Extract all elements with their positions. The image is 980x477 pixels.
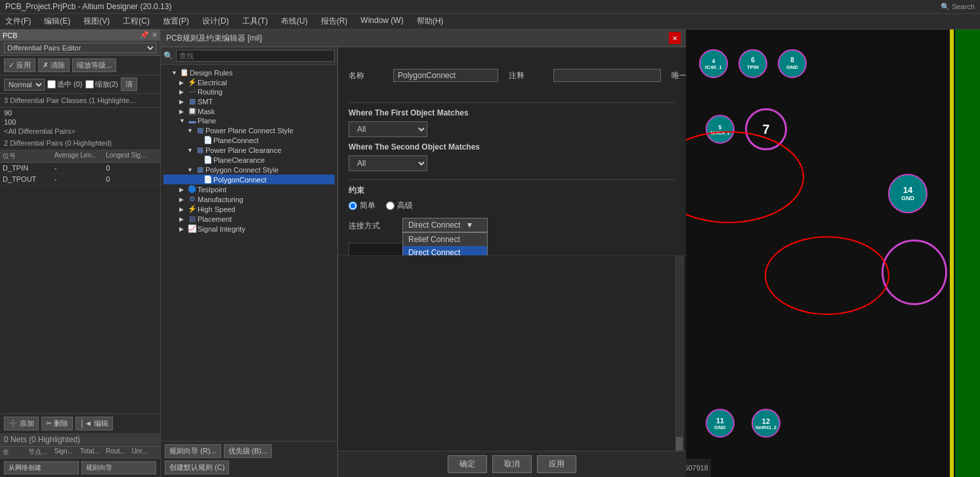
tree-item-plane-connect[interactable]: ▶ 📄 PlaneConnect [163,135,335,145]
search-placeholder: 🔍 Search [941,3,975,11]
pcb-circle-8: 8GND [778,49,807,78]
first-match-title: Where The First Object Matches [349,108,675,117]
zoom-button[interactable]: 缩放等级... [72,58,116,72]
second-match-section: Where The Second Object Matches All [349,142,675,171]
mode-select[interactable]: Normal [4,79,45,91]
apply-dialog-button[interactable]: 应用 [537,455,576,473]
toolbar-row: Normal 选中 (0) 缩放(2) 清 [0,75,160,94]
clear-btn-small[interactable]: 清 [121,77,137,91]
connect-dropdown-button[interactable]: Direct Connect ▼ [402,218,488,232]
menu-window[interactable]: Window (W) [358,15,406,28]
tree-item-electrical[interactable]: ▶ ⚡ Electrical [163,77,335,87]
menu-report[interactable]: 报告(R) [318,15,351,28]
tree-item-ppc-style[interactable]: ▼ ▦ Power Plane Connect Style [163,125,335,135]
tree-item-manufacturing[interactable]: ▶ ⚙ Manufacturing [163,194,335,204]
menu-route[interactable]: 布线(U) [278,15,310,28]
nets-columns: 全 节点... Sign... Total... Rout... Unr... [0,447,160,458]
pcb-ring-large [882,239,947,305]
tree-item-signal-integrity[interactable]: ▶ 📈 Signal Integrity [163,224,335,234]
panel-title-bar: PCB 📌 ✕ [0,30,160,41]
cancel-button[interactable]: 取消 [492,455,532,473]
comment-label: 注释 [509,70,548,81]
menu-tools[interactable]: 工具(T) [240,15,270,28]
close-icon[interactable]: ✕ [152,31,158,39]
advanced-radio-label[interactable]: 高级 [386,200,413,211]
unique-id-label: 唯一-ID [671,70,686,81]
menu-place[interactable]: 放置(P) [160,15,192,28]
diff-pair-classes-info: 3 Differential Pair Classes (1 Highlight… [0,94,160,108]
search-input[interactable] [176,50,335,62]
bottom-buttons: ➕ 添加 ✂ 删除 │◄ 编辑 [0,413,160,433]
tree-item-plane-clearance[interactable]: ▶ 📄 PlaneClearance [163,155,335,165]
rule-wizard-button[interactable]: 规则向导 [81,461,156,474]
menu-project[interactable]: 工程(C) [120,15,152,28]
name-input[interactable] [393,69,498,82]
search-icon: 🔍 [163,51,173,60]
table-row[interactable]: D_TPIN - 0 [0,163,160,174]
clear-button[interactable]: ✗ 清除 [38,58,70,72]
diff-pair-classes-text: 3 Differential Pair Classes (1 Highlight… [4,96,135,104]
tree-nav-buttons: 规则向导 (R)... 优先级 (B)... 创建默认规则 (C) [161,441,337,477]
rule-editor-panel: 名称 注释 唯一-ID 测试语句 Where The First Object … [338,47,686,477]
scrollbar[interactable] [675,256,683,451]
green-strip [955,30,980,477]
select-checkbox-label[interactable]: 选中 (0) [47,79,83,89]
count1: 90 [4,109,12,117]
menu-help[interactable]: 帮助(H) [414,15,446,28]
rule-dialog-wrapper: PCB规则及约束编辑器 [mil] ✕ 🔍 [161,30,686,477]
first-match-select[interactable]: All [349,121,427,137]
constraint-section: 约束 简单 高级 [349,185,675,211]
menu-bar: 文件(F) 编辑(E) 视图(V) 工程(C) 放置(P) 设计(D) 工具(T… [0,14,980,30]
delete-button[interactable]: ✂ 删除 [41,417,73,430]
tree-item-mask[interactable]: ▶ 🔲 Mask [163,106,335,116]
tree-item-design-rules[interactable]: ▼ 📋 Design Rules [163,68,335,77]
panel-title: PCB [3,31,18,39]
option-direct-connect[interactable]: Direct Connect [403,246,487,255]
tree-item-high-speed[interactable]: ▶ ⚡ High Speed [163,204,335,214]
pcb-circle-11: 11GND [706,409,735,438]
tree-item-polygon-connect[interactable]: ▶ 📄 PolygonConnect [163,175,335,184]
simple-radio[interactable] [349,201,357,210]
simple-radio-label[interactable]: 简单 [349,200,375,211]
advanced-radio[interactable] [386,201,394,210]
rule-wizard-tree-button[interactable]: 规则向导 (R)... [165,444,221,458]
create-default-button[interactable]: 创建默认规则 (C) [165,461,229,474]
dialog-close-button[interactable]: ✕ [669,32,681,44]
tree-item-smt[interactable]: ▶ ▦ SMT [163,96,335,106]
search-bar: 🔍 [161,47,337,65]
confirm-button[interactable]: 确定 [448,455,487,473]
dialog-bottom-buttons: 确定 取消 应用 [338,451,686,477]
dropdown-container: Direct Connect ▼ Relief Connect Direct C… [402,218,488,232]
tree-item-routing[interactable]: ▶ 〰 Routing [163,87,335,96]
all-pairs-item[interactable]: <All Differential Pairs> [0,126,160,136]
bottom-status-bar: 2NetC48_2 1GND R40 LEDB NetR41_2 https:/… [686,459,711,477]
menu-file[interactable]: 文件(F) [3,15,33,28]
dialog-body: 🔍 ▼ 📋 Design Rules [161,47,686,477]
tree-item-ppc-clearance[interactable]: ▼ ▦ Power Plane Clearance [163,145,335,155]
tree-item-placement[interactable]: ▶ ▤ Placement [163,214,335,224]
zoom-checkbox-label[interactable]: 缩放(2) [85,79,118,89]
count2-row: 100 [0,118,160,126]
menu-design[interactable]: 设计(D) [200,15,232,28]
zoom-checkbox[interactable] [85,80,94,89]
comment-input[interactable] [553,69,661,82]
second-match-select[interactable]: All [349,156,427,171]
apply-button[interactable]: ✓ 应用 [4,58,35,72]
edit-button[interactable]: │◄ 编辑 [75,417,113,430]
table-row[interactable]: D_TPOUT - 0 [0,174,160,185]
url-text: https://blog.csdn.net/m0_46507918 [686,464,708,472]
create-net-button[interactable]: 从网络创建 [4,461,79,474]
tree-item-pgc-style[interactable]: ▼ ▦ Polygon Connect Style [163,165,335,175]
editor-dropdown[interactable]: Differential Pairs Editor [4,43,156,53]
tree-item-testpoint[interactable]: ▶ 🔵 Testpoint [163,184,335,194]
option-relief-connect[interactable]: Relief Connect [403,233,487,246]
rule-tree-panel: 🔍 ▼ 📋 Design Rules [161,47,338,477]
pin-icon[interactable]: 📌 [140,31,149,39]
nav-buttons: 从网络创建 规则向导 [0,458,160,477]
tree-item-plane[interactable]: ▼ ▬ Plane [163,116,335,125]
select-checkbox[interactable] [47,80,56,89]
priority-button[interactable]: 优先级 (B)... [224,444,272,458]
menu-view[interactable]: 视图(V) [81,15,112,28]
add-button[interactable]: ➕ 添加 [4,417,39,430]
menu-edit[interactable]: 编辑(E) [41,15,73,28]
